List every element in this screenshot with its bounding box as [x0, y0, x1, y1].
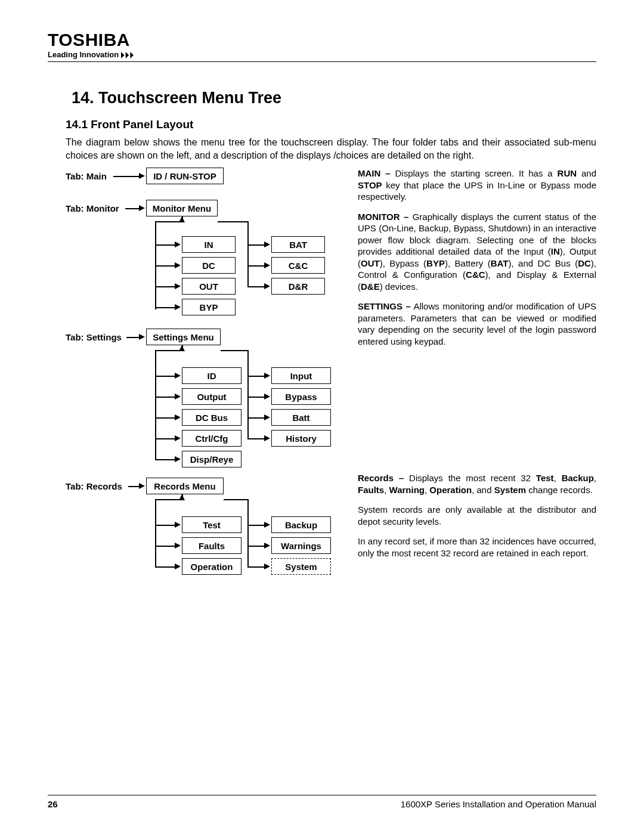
connector	[155, 438, 176, 439]
arrow-icon	[175, 394, 181, 400]
chevron-icon	[121, 50, 141, 59]
box-faults: Faults	[182, 537, 242, 554]
arrow-icon	[264, 283, 270, 289]
connector	[155, 499, 156, 566]
page: TOSHIBA Leading Innovation 14. Touchscre…	[0, 0, 644, 833]
connector	[247, 265, 265, 267]
desc-main: MAIN – Displays the starting screen. It …	[358, 168, 596, 203]
connector	[155, 244, 176, 246]
box-warnings: Warnings	[271, 537, 331, 554]
arrow-icon	[139, 334, 145, 340]
arrow-icon	[264, 435, 270, 441]
desc-settings: SETTINGS – Allows monitoring and/or modi…	[358, 301, 596, 347]
arrow-icon	[175, 241, 181, 247]
page-number: 26	[48, 799, 58, 809]
connector	[247, 376, 265, 377]
tagline-text: Leading Innovation	[48, 50, 119, 59]
box-dcbus: DC Bus	[182, 409, 242, 426]
box-out: OUT	[182, 278, 236, 295]
desc-records-3: In any record set, if more than 32 incid…	[358, 535, 596, 559]
arrow-icon	[175, 456, 181, 462]
tab-records-label: Tab: Records	[66, 481, 122, 491]
connector	[113, 176, 140, 177]
tab-settings-label: Tab: Settings	[66, 332, 122, 342]
arrow-icon	[264, 394, 270, 400]
connector	[155, 459, 176, 460]
box-monitor-menu: Monitor Menu	[146, 200, 218, 216]
footer-rule	[48, 795, 596, 795]
connector	[247, 499, 249, 568]
connector	[155, 397, 176, 398]
box-dr: D&R	[271, 278, 325, 295]
connector	[155, 350, 182, 351]
arrow-icon	[175, 373, 181, 379]
connector	[224, 499, 247, 500]
connector	[155, 350, 156, 459]
box-output: Output	[182, 388, 242, 405]
box-input: Input	[271, 367, 331, 384]
tagline: Leading Innovation	[48, 50, 596, 59]
arrow-icon	[264, 373, 270, 379]
box-history: History	[271, 430, 331, 447]
connector	[155, 566, 176, 568]
connector	[126, 337, 140, 338]
arrow-icon	[175, 543, 181, 549]
arrow-icon	[139, 205, 145, 211]
box-id-runstop: ID / RUN-STOP	[146, 168, 224, 184]
manual-title: 1600XP Series Installation and Operation…	[401, 799, 596, 809]
intro-paragraph: The diagram below shows the menu tree fo…	[66, 136, 596, 162]
arrow-icon	[264, 563, 270, 569]
connector	[155, 286, 176, 287]
box-cc: C&C	[271, 257, 325, 274]
arrow-icon	[264, 522, 270, 528]
arrow-icon	[264, 543, 270, 549]
connector	[247, 566, 265, 568]
box-system: System	[271, 558, 331, 575]
menu-tree-diagram: Tab: Main ID / RUN-STOP Tab: Monitor Mon…	[66, 168, 346, 579]
page-footer: 26 1600XP Series Installation and Operat…	[48, 795, 596, 809]
arrow-icon	[264, 414, 270, 420]
connector	[155, 525, 176, 526]
tab-main-label: Tab: Main	[66, 171, 107, 181]
description-column: MAIN – Displays the starting screen. It …	[358, 168, 596, 579]
box-backup: Backup	[271, 516, 331, 533]
box-records-menu: Records Menu	[146, 478, 224, 494]
connector	[247, 286, 265, 287]
arrow-icon	[264, 262, 270, 268]
connector	[155, 307, 176, 308]
brand-block: TOSHIBA Leading Innovation	[48, 30, 596, 59]
connector	[247, 221, 249, 287]
connector	[218, 221, 247, 222]
box-id: ID	[182, 367, 242, 384]
section-title: 14. Touchscreen Menu Tree	[72, 89, 596, 107]
connector	[247, 438, 265, 439]
brand-logo: TOSHIBA	[48, 30, 596, 50]
desc-records-2: System records are only available at the…	[358, 504, 596, 527]
arrow-icon	[175, 283, 181, 289]
arrow-icon	[139, 483, 145, 489]
connector	[155, 546, 176, 547]
connector	[247, 546, 265, 547]
connector	[221, 350, 247, 351]
connector	[155, 376, 176, 377]
arrow-icon	[139, 173, 145, 179]
desc-monitor: MONITOR – Graphically displays the curre…	[358, 211, 596, 293]
box-byp: BYP	[182, 299, 236, 315]
connector	[155, 417, 176, 419]
connector	[247, 525, 265, 526]
arrow-icon	[175, 435, 181, 441]
box-in: IN	[182, 236, 236, 253]
connector	[155, 265, 176, 267]
connector	[247, 397, 265, 398]
box-test: Test	[182, 516, 242, 533]
arrow-icon	[175, 522, 181, 528]
header-rule	[48, 61, 596, 62]
box-batt: Batt	[271, 409, 331, 426]
box-dc: DC	[182, 257, 236, 274]
box-bat: BAT	[271, 236, 325, 253]
arrow-icon	[175, 262, 181, 268]
connector	[247, 244, 265, 246]
arrow-icon	[175, 304, 181, 310]
desc-records: Records – Displays the most re­cent 32 T…	[358, 472, 596, 496]
connector	[155, 221, 182, 222]
